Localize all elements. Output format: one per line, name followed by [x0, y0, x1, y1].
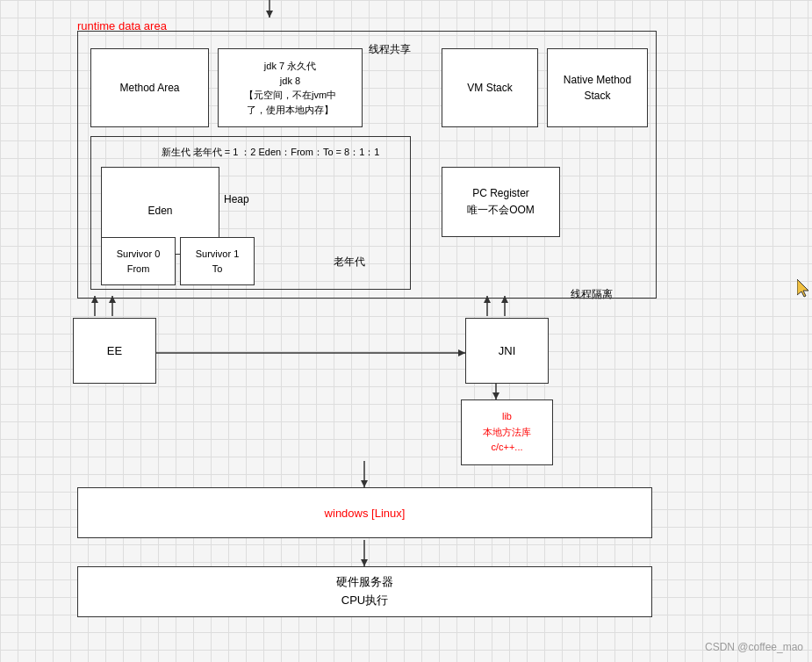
jni-box: JNI: [465, 318, 549, 384]
windows-linux-box: windows [Linux]: [77, 487, 652, 538]
pc-register-box: PC Register 唯一不会OOM: [442, 167, 560, 237]
jdk7-perm-label: jdk 7 永久代 jdk 8 【元空间，不在jvm中 了，使用本地内存】: [244, 59, 336, 117]
cursor: [790, 279, 804, 295]
survivor1-label: Survivor 1 To: [196, 247, 240, 276]
vm-stack-box: VM Stack: [442, 48, 538, 127]
ee-box: EE: [73, 318, 156, 384]
hardware-label: 硬件服务器 CPU执行: [336, 573, 393, 610]
hardware-box: 硬件服务器 CPU执行: [77, 566, 652, 617]
pc-register-label: PC Register 唯一不会OOM: [467, 185, 535, 219]
native-method-stack-label: Native Method Stack: [564, 72, 631, 104]
svg-marker-18: [797, 279, 808, 297]
native-method-stack-box: Native Method Stack: [547, 48, 648, 127]
ee-label: EE: [107, 344, 122, 357]
vm-stack-label: VM Stack: [467, 82, 512, 94]
method-area-label: Method Area: [119, 82, 179, 94]
lib-label: lib 本地方法库 c/c++...: [483, 409, 531, 456]
eden-label: Eden: [147, 205, 172, 217]
survivor1-box: Survivor 1 To: [180, 237, 255, 285]
csdn-watermark: CSDN @coffee_mao: [705, 641, 803, 653]
survivor0-label: Survivor 0 From: [117, 247, 161, 276]
windows-linux-label: windows [Linux]: [325, 507, 406, 520]
method-area-box: Method Area: [90, 48, 209, 127]
jni-label: JNI: [499, 344, 516, 357]
survivor0-box: Survivor 0 From: [101, 237, 176, 285]
jdk7-perm-box: jdk 7 永久代 jdk 8 【元空间，不在jvm中 了，使用本地内存】: [218, 48, 363, 127]
lib-box: lib 本地方法库 c/c++...: [461, 399, 553, 465]
